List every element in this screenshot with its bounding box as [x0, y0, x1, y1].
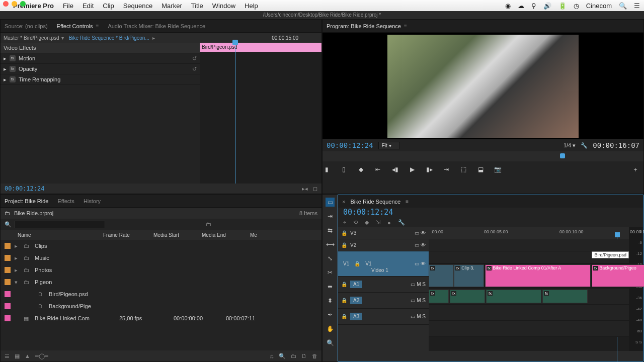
track-header-a1[interactable]: 🔒A1▭ M S: [338, 277, 429, 293]
list-view-icon[interactable]: ☰: [5, 353, 10, 359]
project-tab[interactable]: Project: Bike Ride: [5, 198, 48, 204]
wifi-icon[interactable]: ⚲: [531, 2, 536, 10]
freeform-icon[interactable]: ▲: [25, 353, 30, 359]
track-header-a2[interactable]: 🔒A2▭ M S: [338, 293, 429, 309]
button-editor-icon[interactable]: ＋: [631, 165, 639, 174]
lift-icon[interactable]: ⬚: [459, 166, 467, 173]
go-in-icon[interactable]: ⇤: [374, 166, 382, 173]
battery-icon[interactable]: 🔋: [558, 2, 567, 10]
zoom-slider[interactable]: ━◯━: [35, 353, 48, 359]
project-item[interactable]: ▸ 🗀 Clips: [1, 240, 321, 252]
clock-icon[interactable]: ◷: [574, 2, 579, 10]
disclosure-icon[interactable]: ▸: [15, 267, 20, 274]
menu-help[interactable]: Help: [245, 2, 258, 10]
timeline-playhead[interactable]: [615, 232, 620, 237]
marker-add-icon[interactable]: ◆: [365, 219, 369, 226]
track-header-v1[interactable]: V1🔒 V1 ▭ 👁 Video 1: [338, 251, 429, 277]
program-current-tc[interactable]: 00:00:12:24: [327, 141, 373, 149]
snap-icon[interactable]: ⌖: [343, 219, 346, 226]
rate-stretch-tool[interactable]: ⤡: [326, 254, 335, 263]
panel-menu-icon[interactable]: ≡: [406, 199, 409, 204]
hand-tool[interactable]: ✋: [326, 324, 335, 333]
insert-icon[interactable]: ⇲: [376, 219, 380, 226]
reset-icon[interactable]: ↺: [192, 66, 197, 72]
linked-selection-icon[interactable]: ⟲: [353, 219, 358, 226]
find-icon[interactable]: 🔍: [279, 353, 286, 359]
search-icon[interactable]: 🔍: [5, 221, 12, 228]
reset-icon[interactable]: ↺: [192, 55, 197, 62]
razor-tool[interactable]: ✂: [326, 268, 335, 277]
toggle-icon[interactable]: ▸◂: [302, 186, 308, 192]
pen-tool[interactable]: ✒: [326, 310, 335, 319]
track-v3[interactable]: [429, 239, 629, 251]
zoom-window[interactable]: [20, 1, 26, 7]
effect-motion[interactable]: ▸fxMotion↺: [1, 53, 200, 64]
audio-clip[interactable]: fx: [429, 290, 449, 303]
slide-tool[interactable]: ⬍: [326, 296, 335, 305]
minimize-window[interactable]: [12, 1, 17, 7]
menu-window[interactable]: Window: [212, 2, 235, 10]
disclosure-icon[interactable]: ▸: [15, 243, 20, 249]
project-columns[interactable]: NameFrame RateMedia StartMedia EndMe: [1, 230, 321, 240]
program-viewer[interactable]: [323, 33, 643, 139]
menu-title[interactable]: Title: [191, 2, 203, 10]
track-v1[interactable]: fxfxClip 3.fxBike Ride Linked Comp 01/Af…: [429, 263, 629, 289]
mark-in-icon[interactable]: ▮: [323, 166, 331, 173]
resolution-select[interactable]: 1/4 ▾: [564, 142, 576, 149]
slip-tool[interactable]: ⬌: [326, 282, 335, 291]
project-item[interactable]: 🗋 Background/Pige: [1, 300, 321, 312]
spotlight-icon[interactable]: 🔍: [619, 2, 627, 10]
menu-marker[interactable]: Marker: [162, 2, 182, 10]
effects-tab[interactable]: Effects: [57, 198, 74, 204]
effect-time-remapping[interactable]: ▸fxTime Remapping: [1, 74, 200, 85]
ripple-tool[interactable]: ⇆: [326, 226, 335, 235]
timeline-clip[interactable]: fxClip 3.: [454, 264, 484, 287]
project-item[interactable]: 🗋 Bird/Pigeon.psd: [1, 288, 321, 300]
audio-clip[interactable]: fx: [542, 290, 588, 303]
zoom-tool[interactable]: 🔍: [326, 338, 335, 347]
track-a1[interactable]: fx fx fx fx: [429, 289, 629, 305]
effect-controls-tab[interactable]: Effect Controls≡: [57, 23, 99, 29]
disclosure-icon[interactable]: ▾: [15, 279, 20, 286]
mark-out-icon[interactable]: ▯: [340, 166, 348, 173]
timeline-tc[interactable]: 00:00:12:24: [343, 208, 393, 217]
track-select-tool[interactable]: ⇥: [326, 212, 335, 221]
menu-clip[interactable]: Clip: [103, 2, 114, 10]
effect-playhead[interactable]: [235, 43, 235, 184]
loop-icon[interactable]: ◻: [313, 186, 317, 192]
selection-tool[interactable]: ▭: [326, 198, 335, 207]
step-fwd-icon[interactable]: ▮▸: [425, 166, 433, 173]
track-a2[interactable]: [429, 305, 629, 321]
new-bin-icon[interactable]: 🗀: [206, 221, 211, 227]
settings-wrench-icon[interactable]: 🔧: [581, 142, 588, 149]
marker-icon[interactable]: ◆: [357, 166, 365, 173]
project-item[interactable]: ▸ 🗀 Music: [1, 252, 321, 264]
effect-clip-bar[interactable]: Bird/Pigeon.psd: [200, 43, 321, 52]
icon-view-icon[interactable]: ▦: [15, 353, 20, 359]
audio-clip[interactable]: fx: [486, 290, 541, 303]
program-playhead[interactable]: [560, 153, 565, 158]
history-tab[interactable]: History: [84, 198, 101, 204]
step-back-icon[interactable]: ◂▮: [391, 166, 399, 173]
new-bin-icon[interactable]: 🗀: [291, 353, 296, 359]
delete-icon[interactable]: 🗑: [312, 353, 317, 359]
go-out-icon[interactable]: ⇥: [442, 166, 450, 173]
project-item[interactable]: ▸ 🗀 Photos: [1, 264, 321, 276]
timeline-clip[interactable]: fxBike Ride Linked Comp 01/After A: [485, 264, 591, 287]
export-frame-icon[interactable]: 📷: [494, 166, 502, 173]
menu-file[interactable]: File: [63, 2, 73, 10]
menu-sequence[interactable]: Sequence: [123, 2, 153, 10]
program-tab[interactable]: Program: Bike Ride Sequence≡: [327, 23, 407, 29]
effect-opacity[interactable]: ▸fxOpacity↺: [1, 64, 200, 74]
zoom-fit-select[interactable]: Fit ▾: [378, 142, 400, 149]
play-icon[interactable]: ▶: [408, 166, 416, 173]
sequence-clip-link[interactable]: Bike Ride Sequence * Bird/Pigeon...: [69, 35, 149, 41]
status-icon[interactable]: ◉: [505, 2, 511, 10]
rolling-tool[interactable]: ⟷: [326, 240, 335, 249]
effect-timecode[interactable]: 00:00:12:24: [5, 185, 44, 192]
project-item[interactable]: ▾ 🗀 Pigeon: [1, 276, 321, 288]
menu-edit[interactable]: Edit: [83, 2, 94, 10]
track-header-v2[interactable]: 🔒V2▭ 👁: [338, 239, 429, 251]
track-v2[interactable]: Bird/Pigeon.psd: [429, 251, 629, 263]
timeline-scrollbar[interactable]: [338, 351, 643, 361]
